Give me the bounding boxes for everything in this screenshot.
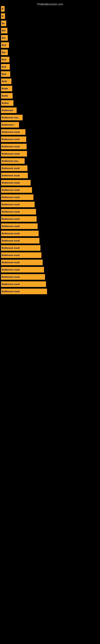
bar-label: Bottleneck result [2,218,20,220]
bar-item: Bottleneck result [1,144,99,149]
bar-label: Bottleneck result [2,138,20,140]
bar-item: Bottleneck result [1,187,99,193]
bar-item: Bot [1,50,99,55]
bar: Bottleneck result [1,231,39,236]
bar: B [1,6,4,12]
bar-item: Bottleneck result [1,216,99,222]
bar-label: Bottleneck result [2,145,20,148]
bar: Bott [1,71,10,77]
bar-item: Bottleneck result [1,224,99,229]
bar: Bott [1,64,10,70]
bar-label: Bottleneck result [2,203,20,206]
bar-item: Bott [1,64,99,70]
bar-label: Bottleneck result [2,290,20,292]
bar-item: Bottle [1,93,99,98]
bar-label: Bottleneck result [2,268,20,271]
bar-label: Bottleneck r [2,124,15,126]
bar-label: Bottleneck result [2,152,20,155]
bar-item: Bottleneck result [1,238,99,244]
bar: Bottle [1,86,12,91]
bar-item: Bottleneck result [1,260,99,265]
bar-label: Bottleneck result [2,131,20,133]
bar-label: Bottleneck [2,109,13,112]
bar-label: Bottleneck result [2,167,20,170]
bar: Bottleneck result [1,274,45,280]
bar-label: Bott [2,58,6,61]
bar: B [1,13,5,19]
bar: Bottleneck result [1,144,27,149]
bar-item: Bott [1,71,99,77]
bar: Bottleneck result [1,194,33,200]
bar-label: Bottler [2,102,9,104]
bar-item: Bottl [1,78,99,84]
bar: Bottleneck resu [1,158,25,164]
bar: Bottleneck [1,108,17,113]
bar-label: Bott [2,44,6,46]
bar-item: Bottle [1,86,99,91]
bar-label: Bottleneck result [2,196,20,198]
bar-item: Bottleneck result [1,274,99,280]
bar-item: Bot [1,28,99,34]
bar-item: Bottleneck resu [1,158,99,164]
bar-item: Bottleneck result [1,202,99,207]
bar-label: Bottleneck result [2,254,20,256]
bar-item: Bottleneck result [1,180,99,186]
bar-item: Bottleneck result [1,166,99,171]
bar-label: Bottle [2,94,8,97]
bar-item: B [1,6,99,12]
bar-item: Bottleneck result [1,129,99,135]
bar-label: Bott [2,73,6,75]
bar: Bot [1,28,7,34]
bar-item: Bott [1,42,99,48]
bar-label: Bottleneck result [2,232,20,235]
bar-item: Bottleneck result [1,231,99,236]
bar-item: Bottleneck r [1,122,99,128]
bar: Bottleneck result [1,173,28,178]
bar: Bottleneck result [1,202,35,207]
bar: Bottleneck result [1,238,39,244]
bar: Bottleneck result [1,129,25,135]
bar: Bottler [1,100,13,106]
bar-label: Bottleneck result [2,283,20,285]
bar-label: Bottleneck result [2,247,20,249]
bar-label: Bot [2,51,5,54]
bar-label: Bottleneck resu [2,116,18,119]
bar-item: Bottleneck resu [1,115,99,120]
bar-item: Bottleneck [1,108,99,113]
bar: Bottleneck result [1,180,31,186]
bar: Bottleneck result [1,151,27,156]
bar-label: Bottleneck result [2,189,20,191]
bars-container: BBBoBotBotBottBotBottBottBottBottlBottle… [0,6,100,296]
bar: Bottleneck result [1,245,40,251]
bar-item: Bot [1,35,99,41]
bar-label: B [2,15,3,17]
bar: Bottleneck result [1,187,32,193]
bar: Bottleneck result [1,260,43,265]
bar: Bott [1,42,9,48]
bar-label: Bottleneck result [2,261,20,264]
bar: Bot [1,50,8,55]
bar-label: Bottl [2,80,7,82]
bar-label: Bottleneck result [2,240,20,242]
bar-item: Bottleneck result [1,252,99,258]
bar-item: Bottleneck result [1,151,99,156]
bar-item: Bottleneck result [1,173,99,178]
bar-item: Bottleneck result [1,288,99,294]
bar-label: Bo [2,22,5,24]
bar-label: Bottleneck resu [2,160,18,162]
bar: Bottleneck result [1,209,36,214]
bar-item: Bottleneck result [1,267,99,272]
bar: Bottleneck result [1,288,47,294]
bar-item: Bottleneck result [1,194,99,200]
bar-label: Bottleneck result [2,182,20,184]
bar: Bot [1,35,8,41]
bar-item: B [1,13,99,19]
bar-item: Bott [1,57,99,62]
bar: Bottleneck r [1,122,19,128]
bar-label: Bot [2,37,5,39]
bar-label: Bottleneck result [2,174,20,177]
bar: Bottleneck result [1,252,41,258]
bar: Bott [1,57,9,62]
bar: Bottleneck result [1,216,37,222]
bar-item: Bottler [1,100,99,106]
